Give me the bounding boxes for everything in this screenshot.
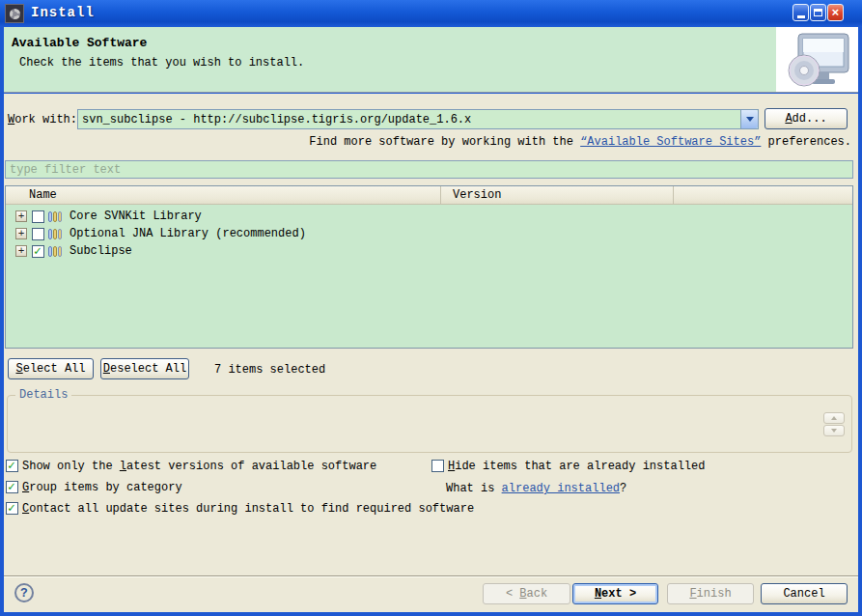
row-label: Core SVNKit Library bbox=[70, 210, 202, 223]
software-tree-table: Name Version +Core SVNKit Library+Option… bbox=[5, 185, 853, 349]
help-button[interactable]: ? bbox=[14, 583, 34, 602]
details-group bbox=[7, 395, 852, 453]
category-icon bbox=[48, 210, 65, 222]
row-label: Subclipse bbox=[70, 244, 132, 258]
cancel-button[interactable]: Cancel bbox=[761, 583, 848, 604]
contact-sites-label: Contact all update sites during install … bbox=[22, 502, 474, 516]
option-show-latest[interactable]: Show only the latest versions of availab… bbox=[6, 460, 376, 473]
what-is-installed-text: What is already installed? bbox=[446, 482, 626, 495]
gear-icon bbox=[5, 4, 24, 23]
column-header-name[interactable]: Name bbox=[6, 186, 441, 204]
table-row[interactable]: +Subclipse bbox=[6, 242, 852, 260]
add-button[interactable]: Add... bbox=[765, 108, 848, 129]
group-by-category-checkbox[interactable] bbox=[6, 481, 18, 493]
minimize-icon bbox=[797, 15, 805, 18]
footer-divider bbox=[4, 575, 858, 577]
details-label: Details bbox=[15, 388, 71, 402]
arrow-up-icon bbox=[831, 416, 837, 420]
window-title: Install bbox=[31, 5, 95, 20]
back-button[interactable]: < Back bbox=[483, 583, 570, 604]
show-latest-checkbox[interactable] bbox=[6, 460, 18, 472]
show-latest-label: Show only the latest versions of availab… bbox=[22, 460, 376, 473]
next-button[interactable]: Next > bbox=[572, 583, 658, 604]
work-with-combo[interactable] bbox=[77, 109, 759, 129]
find-more-text: Find more software by working with the “… bbox=[309, 135, 851, 149]
arrow-down-icon bbox=[831, 429, 837, 433]
chevron-down-icon bbox=[746, 117, 754, 122]
hide-installed-label: Hide items that are already installed bbox=[448, 460, 705, 473]
category-icon bbox=[48, 228, 65, 239]
table-header: Name Version bbox=[6, 186, 852, 205]
details-scroll-up-button[interactable] bbox=[823, 412, 845, 424]
finish-button[interactable]: Finish bbox=[667, 583, 754, 604]
already-installed-link[interactable]: already installed bbox=[502, 482, 620, 495]
work-with-value[interactable] bbox=[78, 110, 740, 128]
minimize-button[interactable] bbox=[792, 4, 809, 21]
category-icon bbox=[48, 245, 65, 257]
select-all-button[interactable]: Select All bbox=[8, 358, 94, 379]
table-row[interactable]: +Core SVNKit Library bbox=[6, 208, 852, 225]
row-label: Optional JNA Library (recommended) bbox=[70, 227, 306, 240]
maximize-icon bbox=[814, 9, 822, 16]
wizard-banner: Available Software Check the items that … bbox=[4, 27, 858, 93]
details-scroll-down-button[interactable] bbox=[823, 425, 845, 436]
combo-dropdown-button[interactable] bbox=[740, 110, 758, 128]
option-group-by-category[interactable]: Group items by category bbox=[6, 481, 182, 494]
work-with-label: Work with: bbox=[8, 113, 77, 126]
selection-status: 7 items selected bbox=[214, 363, 325, 377]
monitor-cd-icon bbox=[783, 32, 852, 88]
available-software-sites-link[interactable]: “Available Software Sites” bbox=[580, 135, 761, 149]
tree-body: +Core SVNKit Library+Optional JNA Librar… bbox=[6, 205, 852, 260]
column-header-version[interactable]: Version bbox=[441, 186, 674, 204]
expand-icon[interactable]: + bbox=[15, 245, 27, 257]
hide-installed-checkbox[interactable] bbox=[431, 460, 444, 472]
expand-icon[interactable]: + bbox=[15, 228, 27, 239]
expand-icon[interactable]: + bbox=[15, 210, 27, 222]
option-hide-installed[interactable]: Hide items that are already installed bbox=[431, 460, 705, 473]
question-icon: ? bbox=[20, 586, 28, 601]
install-dialog: Install × Available Software Check the i… bbox=[0, 0, 862, 616]
contact-sites-checkbox[interactable] bbox=[6, 502, 18, 515]
row-checkbox[interactable] bbox=[32, 210, 44, 223]
row-checkbox[interactable] bbox=[32, 245, 44, 258]
group-by-category-label: Group items by category bbox=[22, 481, 182, 494]
title-bar[interactable]: Install × bbox=[0, 0, 862, 27]
maximize-button[interactable] bbox=[810, 4, 826, 21]
option-contact-sites[interactable]: Contact all update sites during install … bbox=[6, 502, 474, 516]
close-icon: × bbox=[832, 7, 840, 19]
filter-input[interactable] bbox=[5, 160, 853, 179]
page-title: Available Software bbox=[12, 36, 147, 50]
install-graphic bbox=[776, 27, 858, 92]
deselect-all-button[interactable]: Deselect All bbox=[100, 358, 189, 379]
close-button[interactable]: × bbox=[827, 4, 844, 21]
table-row[interactable]: +Optional JNA Library (recommended) bbox=[6, 225, 852, 242]
page-subtitle: Check the items that you wish to install… bbox=[19, 56, 304, 70]
row-checkbox[interactable] bbox=[32, 228, 44, 240]
